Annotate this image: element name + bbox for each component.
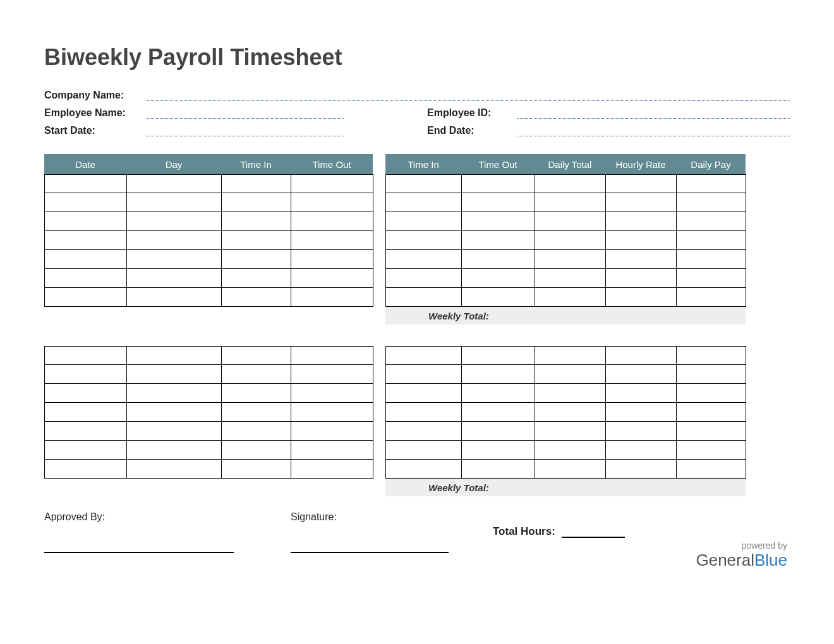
cell[interactable] [677,346,746,365]
cell[interactable] [127,441,222,460]
cell[interactable] [222,460,291,479]
cell[interactable] [386,384,462,403]
cell[interactable] [45,250,127,269]
cell[interactable] [535,193,606,212]
cell[interactable] [127,422,222,441]
cell[interactable] [291,174,373,193]
cell[interactable] [222,422,291,441]
cell[interactable] [127,384,222,403]
cell[interactable] [222,441,291,460]
cell[interactable] [222,231,291,250]
cell[interactable] [45,441,127,460]
cell[interactable] [677,441,746,460]
cell[interactable] [127,250,222,269]
cell[interactable] [606,250,677,269]
cell[interactable] [127,403,222,422]
cell[interactable] [291,231,373,250]
cell[interactable] [677,365,746,384]
cell[interactable] [606,231,677,250]
cell[interactable] [45,269,127,288]
cell[interactable] [291,250,373,269]
cell[interactable] [45,231,127,250]
cell[interactable] [386,193,462,212]
cell[interactable] [222,365,291,384]
end-date-input[interactable] [517,124,790,136]
cell[interactable] [291,460,373,479]
signature-input[interactable] [291,534,449,553]
cell[interactable] [535,460,606,479]
cell[interactable] [291,403,373,422]
cell[interactable] [386,460,462,479]
cell[interactable] [535,365,606,384]
cell[interactable] [606,288,677,307]
cell[interactable] [45,460,127,479]
cell[interactable] [291,212,373,231]
cell[interactable] [677,403,746,422]
cell[interactable] [386,250,462,269]
company-name-input[interactable] [147,88,790,101]
cell[interactable] [45,365,127,384]
cell[interactable] [386,269,462,288]
cell[interactable] [291,384,373,403]
cell[interactable] [45,288,127,307]
cell[interactable] [222,193,291,212]
cell[interactable] [386,403,462,422]
cell[interactable] [462,269,535,288]
cell[interactable] [386,174,462,193]
cell[interactable] [291,269,373,288]
cell[interactable] [45,384,127,403]
start-date-input[interactable] [147,124,344,136]
cell[interactable] [127,460,222,479]
cell[interactable] [45,174,127,193]
cell[interactable] [386,365,462,384]
cell[interactable] [677,250,746,269]
cell[interactable] [535,269,606,288]
cell[interactable] [606,193,677,212]
cell[interactable] [222,384,291,403]
cell[interactable] [386,288,462,307]
cell[interactable] [535,384,606,403]
cell[interactable] [677,212,746,231]
cell[interactable] [535,403,606,422]
approved-by-input[interactable] [44,534,234,553]
cell[interactable] [677,288,746,307]
cell[interactable] [462,460,535,479]
cell[interactable] [606,365,677,384]
cell[interactable] [45,212,127,231]
cell[interactable] [222,174,291,193]
cell[interactable] [291,441,373,460]
cell[interactable] [606,422,677,441]
cell[interactable] [462,384,535,403]
cell[interactable] [677,193,746,212]
cell[interactable] [535,288,606,307]
cell[interactable] [462,346,535,365]
cell[interactable] [677,174,746,193]
cell[interactable] [606,441,677,460]
cell[interactable] [462,212,535,231]
cell[interactable] [462,365,535,384]
cell[interactable] [386,212,462,231]
cell[interactable] [462,231,535,250]
cell[interactable] [535,231,606,250]
cell[interactable] [386,441,462,460]
cell[interactable] [291,422,373,441]
cell[interactable] [606,403,677,422]
cell[interactable] [606,269,677,288]
cell[interactable] [535,212,606,231]
cell[interactable] [45,346,127,365]
cell[interactable] [127,346,222,365]
cell[interactable] [386,422,462,441]
cell[interactable] [535,250,606,269]
cell[interactable] [127,288,222,307]
cell[interactable] [127,269,222,288]
cell[interactable] [462,403,535,422]
cell[interactable] [606,346,677,365]
cell[interactable] [127,231,222,250]
cell[interactable] [535,422,606,441]
cell[interactable] [606,174,677,193]
cell[interactable] [291,288,373,307]
cell[interactable] [222,269,291,288]
cell[interactable] [127,174,222,193]
cell[interactable] [462,422,535,441]
cell[interactable] [386,346,462,365]
